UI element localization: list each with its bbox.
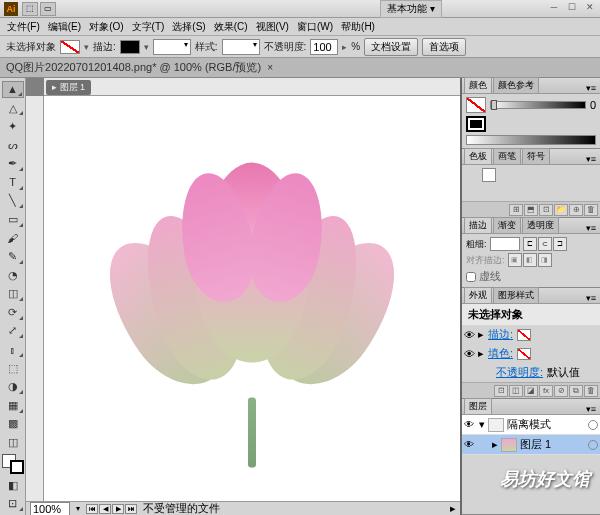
stroke-color-icon[interactable] xyxy=(10,460,24,474)
visibility-icon[interactable]: 👁 xyxy=(464,439,476,450)
chevron-down-icon[interactable]: ▾ xyxy=(144,42,149,52)
menu-select[interactable]: 选择(S) xyxy=(169,20,208,34)
screen-mode-tool[interactable]: ⊡ xyxy=(2,496,24,513)
duplicate-icon[interactable]: ⧉ xyxy=(569,385,583,397)
first-artboard-icon[interactable]: ⏮ xyxy=(86,504,98,514)
close-tab-icon[interactable]: × xyxy=(267,62,273,73)
workspace-switcher[interactable]: 基本功能 ▾ xyxy=(380,0,442,18)
tint-slider[interactable] xyxy=(490,101,586,109)
fill-swatch[interactable] xyxy=(466,97,486,113)
panel-menu-icon[interactable]: ▾≡ xyxy=(584,83,598,93)
chevron-right-icon[interactable]: ▸ xyxy=(342,42,347,52)
gradient-tool[interactable]: ◫ xyxy=(2,434,24,451)
stroke-swatch[interactable] xyxy=(466,116,486,132)
zoom-input[interactable]: 100% xyxy=(30,502,70,516)
doc-mode-tab[interactable]: ⬚ xyxy=(22,2,38,16)
shape-builder-tool[interactable]: ◑ xyxy=(2,378,24,395)
width-tool[interactable]: ⫾ xyxy=(2,341,24,358)
stroke-weight-dropdown[interactable] xyxy=(153,39,191,55)
appearance-stroke-label[interactable]: 描边: xyxy=(488,327,513,342)
appearance-opacity-label[interactable]: 不透明度: xyxy=(496,365,543,380)
lasso-tool[interactable]: ᔕ xyxy=(2,137,24,154)
appearance-fill-label[interactable]: 填色: xyxy=(488,346,513,361)
swatch-white[interactable] xyxy=(482,168,496,182)
add-stroke-icon[interactable]: ◫ xyxy=(509,385,523,397)
layer-row[interactable]: 👁 ▸ 图层 1 xyxy=(462,435,600,455)
tab-stroke[interactable]: 描边 xyxy=(464,217,492,233)
paintbrush-tool[interactable]: 🖌 xyxy=(2,230,24,247)
target-icon[interactable] xyxy=(588,420,598,430)
new-group-icon[interactable]: 📁 xyxy=(554,204,568,216)
dashed-checkbox[interactable] xyxy=(466,272,476,282)
appearance-fill-row[interactable]: 👁 ▸ 填色: xyxy=(462,344,600,363)
tab-color-guide[interactable]: 颜色参考 xyxy=(493,77,539,93)
canvas[interactable] xyxy=(44,96,460,501)
panel-menu-icon[interactable]: ▾≡ xyxy=(584,223,598,233)
layer-row-isolation[interactable]: 👁 ▾ 隔离模式 xyxy=(462,415,600,435)
cap-round-icon[interactable]: ⊂ xyxy=(538,237,552,251)
swatch-lib-icon[interactable]: ⊞ xyxy=(509,204,523,216)
menu-window[interactable]: 窗口(W) xyxy=(294,20,336,34)
add-effect-icon[interactable]: fx xyxy=(539,385,553,397)
magic-wand-tool[interactable]: ✦ xyxy=(2,118,24,135)
document-tab[interactable]: QQ图片20220701201408.png* @ 100% (RGB/预览) … xyxy=(0,58,600,78)
mesh-tool[interactable]: ▩ xyxy=(2,416,24,433)
menu-effect[interactable]: 效果(C) xyxy=(211,20,251,34)
delete-icon[interactable]: 🗑 xyxy=(584,385,598,397)
ruler-vertical[interactable] xyxy=(26,96,44,501)
delete-swatch-icon[interactable]: 🗑 xyxy=(584,204,598,216)
type-tool[interactable]: T xyxy=(2,174,24,191)
tab-gradient[interactable]: 渐变 xyxy=(493,217,521,233)
tab-color[interactable]: 颜色 xyxy=(464,77,492,93)
clear-icon[interactable]: ⊘ xyxy=(554,385,568,397)
free-transform-tool[interactable]: ⬚ xyxy=(2,360,24,377)
panel-menu-icon[interactable]: ▾≡ xyxy=(584,154,598,164)
align-inside-icon[interactable]: ◧ xyxy=(523,253,537,267)
selection-tool[interactable]: ▲ xyxy=(2,81,24,98)
document-setup-button[interactable]: 文档设置 xyxy=(364,38,418,56)
menu-file[interactable]: 文件(F) xyxy=(4,20,43,34)
line-tool[interactable]: ╲ xyxy=(2,193,24,210)
minimize-icon[interactable]: ─ xyxy=(546,0,562,14)
menu-help[interactable]: 帮助(H) xyxy=(338,20,378,34)
panel-menu-icon[interactable]: ▾≡ xyxy=(584,404,598,414)
tab-appearance[interactable]: 外观 xyxy=(464,287,492,303)
blob-brush-tool[interactable]: ◔ xyxy=(2,267,24,284)
appearance-stroke-swatch[interactable] xyxy=(517,329,531,341)
new-swatch-icon[interactable]: ⊕ xyxy=(569,204,583,216)
visibility-icon[interactable]: 👁 xyxy=(464,419,476,430)
tab-transparency[interactable]: 透明度 xyxy=(522,217,559,233)
rotate-tool[interactable]: ⟳ xyxy=(2,304,24,321)
align-center-icon[interactable]: ▣ xyxy=(508,253,522,267)
perspective-grid-tool[interactable]: ▦ xyxy=(2,397,24,414)
stroke-swatch[interactable] xyxy=(120,40,140,54)
swatch-options-icon[interactable]: ⊡ xyxy=(539,204,553,216)
ruler-horizontal[interactable] xyxy=(44,78,460,96)
align-outside-icon[interactable]: ◨ xyxy=(538,253,552,267)
tab-brushes[interactable]: 画笔 xyxy=(493,148,521,164)
opacity-input[interactable]: 100 xyxy=(310,39,338,55)
scale-tool[interactable]: ⤢ xyxy=(2,323,24,340)
target-icon[interactable] xyxy=(588,440,598,450)
rectangle-tool[interactable]: ▭ xyxy=(2,211,24,228)
tab-symbols[interactable]: 符号 xyxy=(522,148,550,164)
menu-type[interactable]: 文字(T) xyxy=(129,20,168,34)
direct-selection-tool[interactable]: △ xyxy=(2,100,24,117)
close-icon[interactable]: ✕ xyxy=(582,0,598,14)
eraser-tool[interactable]: ◫ xyxy=(2,286,24,303)
swatch-none[interactable] xyxy=(466,168,480,182)
appearance-fill-swatch[interactable] xyxy=(517,348,531,360)
chevron-down-icon[interactable]: ▾ xyxy=(76,504,80,513)
color-spectrum[interactable] xyxy=(466,135,596,145)
tab-graphic-styles[interactable]: 图形样式 xyxy=(493,287,539,303)
menu-object[interactable]: 对象(O) xyxy=(86,20,126,34)
tab-layers[interactable]: 图层 xyxy=(464,398,492,414)
panel-menu-icon[interactable]: ▾≡ xyxy=(584,293,598,303)
cap-square-icon[interactable]: ⊐ xyxy=(553,237,567,251)
menu-view[interactable]: 视图(V) xyxy=(253,20,292,34)
next-artboard-icon[interactable]: ▶ xyxy=(112,504,124,514)
maximize-icon[interactable]: ☐ xyxy=(564,0,580,14)
color-mode-switch[interactable]: ◧ xyxy=(2,477,24,494)
appearance-stroke-row[interactable]: 👁 ▸ 描边: xyxy=(462,325,600,344)
preferences-button[interactable]: 首选项 xyxy=(422,38,466,56)
